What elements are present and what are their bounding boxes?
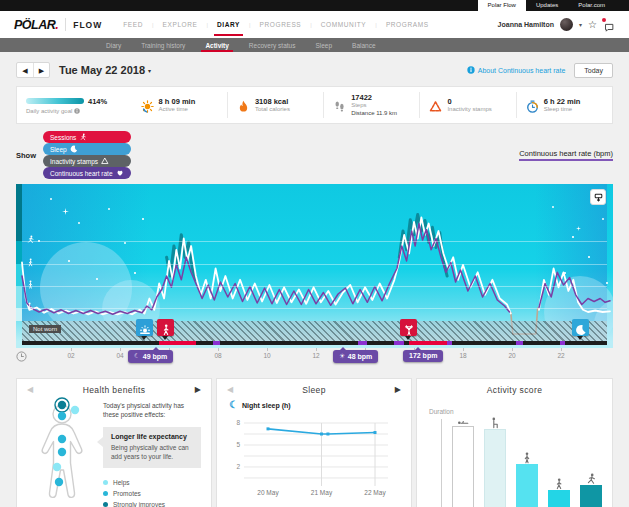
activity-bar-5 (580, 485, 602, 507)
subnav-item-recovery-status[interactable]: Recovery status (239, 38, 306, 52)
walking-icon (26, 253, 35, 262)
previous-day-button[interactable]: ◀ (17, 63, 33, 77)
filter-chip-continuous-heart-rate[interactable]: Continuous heart rate (43, 167, 131, 179)
event-badge-sunrise-icon[interactable] (136, 319, 153, 336)
timeline-marker-segment (447, 341, 452, 345)
star (78, 222, 80, 224)
filter-chip-sleep[interactable]: Sleep (43, 143, 131, 155)
event-badge-strength-training-icon[interactable] (400, 319, 417, 336)
stat-sleep-time: 6 h 22 min Sleep time (516, 92, 612, 118)
event-badge-walking-person-icon[interactable] (157, 319, 174, 336)
axis-tick-label: 18 (459, 352, 466, 359)
chip-label: Inactivity stamps (50, 158, 98, 165)
continuous-heart-rate-chart[interactable]: Not worn (16, 184, 613, 348)
health-benefits-card: ◀ Health benefits ▶ Today's physical act… (16, 378, 212, 507)
user-menu-caret-icon[interactable]: ▾ (579, 21, 582, 28)
filter-chip-sessions[interactable]: Sessions (43, 131, 131, 143)
nav-item-feed[interactable]: FEED (114, 11, 152, 38)
star (68, 260, 70, 262)
topbar-tab-polar-com[interactable]: Polar.com (568, 0, 615, 11)
topbar-tab-polar-flow[interactable]: Polar Flow (478, 0, 526, 11)
favorites-star-icon[interactable]: ☆ (588, 20, 597, 30)
axis-tick (512, 348, 513, 351)
nav-item-community[interactable]: COMMUNITY (312, 11, 375, 38)
hr-badge-48-bpm[interactable]: ☀ 48 bpm (333, 350, 378, 363)
today-button[interactable]: Today (574, 63, 613, 78)
nav-item-progress[interactable]: PROGRESS (251, 11, 311, 38)
user-name[interactable]: Joanna Hamilton (498, 21, 554, 28)
subnav-item-activity[interactable]: Activity (195, 38, 238, 52)
polar-logo-dot: . (55, 18, 58, 32)
star (50, 198, 52, 200)
next-day-button[interactable]: ▶ (33, 63, 49, 77)
hr-badge-text: 49 bpm (143, 353, 168, 360)
moon-icon: ☾ (134, 352, 140, 360)
legend-item-promotes: Promotes (103, 490, 201, 497)
flow-label: FLOW (73, 11, 102, 38)
about-continuous-hr-link[interactable]: About Continuous heart rate (467, 66, 566, 74)
subnav-item-diary[interactable]: Diary (96, 38, 131, 52)
sitting-icon (26, 297, 35, 306)
stat-value: 8 h 09 min (159, 97, 196, 106)
axis-tick-label: 22 (557, 352, 564, 359)
activity-score-bar-chart: 7 h 33 min7 h 18 min4 h 07 min1 h 49 min… (441, 419, 609, 507)
subnav-item-sleep[interactable]: Sleep (305, 38, 342, 52)
info-icon (467, 66, 475, 74)
hr-badge-172-bpm[interactable]: 172 bpm (403, 350, 443, 362)
activity-bar-3 (516, 464, 538, 507)
time-axis: 0204060810121416182022☾ 49 bpm☀ 48 bpm17… (16, 348, 613, 372)
notifications-flag-icon[interactable] (603, 19, 615, 30)
axis-tick (218, 348, 219, 351)
date-navigation-row: ◀ ▶ Tue May 22 2018 ▾ About Continuous h… (16, 60, 613, 80)
stat-label: Steps (351, 102, 397, 110)
legend-label: Promotes (113, 490, 141, 497)
badge-pointer (340, 347, 346, 350)
star (108, 208, 110, 210)
hr-axis-label: Continuous heart rate (bpm) (519, 149, 613, 161)
chip-label: Sleep (50, 146, 67, 153)
hr-badge-text: 172 bpm (409, 352, 437, 359)
date-dropdown-caret-icon[interactable]: ▾ (148, 67, 151, 74)
nav-divider (65, 18, 66, 31)
svg-text:8: 8 (236, 419, 240, 426)
stat-value: 6 h 22 min (544, 97, 581, 106)
stat-value: 0 (447, 97, 491, 106)
svg-text:20 May: 20 May (257, 489, 279, 497)
stat-label: Inactivity stamps (447, 106, 491, 114)
inactivity-triangle-icon (429, 99, 442, 112)
axis-tick-label: 04 (116, 352, 123, 359)
chart-gridline (22, 286, 607, 287)
activity-timeline-bar (22, 341, 607, 345)
event-badge-moon-icon[interactable] (572, 319, 589, 336)
current-date[interactable]: Tue May 22 2018 (59, 64, 145, 76)
activity-bar-4 (548, 490, 570, 507)
activity-goal-progress-bar (26, 98, 84, 104)
subnav-item-training-history[interactable]: Training history (131, 38, 195, 52)
filter-chip-inactivity-stamps[interactable]: Inactivity stamps (43, 155, 131, 167)
axis-tick-label: 10 (263, 352, 270, 359)
nav-item-programs[interactable]: PROGRAMS (377, 11, 438, 38)
polar-logo[interactable]: PӦLAR. (14, 11, 58, 38)
legend-dot (103, 502, 108, 507)
triangle-icon (101, 157, 109, 165)
subnav-item-balance[interactable]: Balance (342, 38, 386, 52)
avatar[interactable] (560, 18, 573, 31)
nav-item-diary[interactable]: DIARY (208, 11, 249, 38)
svg-text:5: 5 (236, 441, 240, 448)
topbar-tab-updates[interactable]: Updates (526, 0, 568, 11)
chart-gridline (22, 241, 607, 242)
polar-logo-text: PӦLAR (14, 18, 55, 32)
info-icon[interactable] (74, 108, 80, 114)
pin-tooltip-button[interactable] (590, 189, 606, 205)
hr-badge-49-bpm[interactable]: ☾ 49 bpm (128, 350, 173, 363)
health-next-arrow[interactable]: ▶ (195, 386, 201, 394)
star (606, 282, 608, 284)
nav-item-explore[interactable]: EXPLORE (154, 11, 207, 38)
chart-filter-row: Show SessionsSleepInactivity stampsConti… (16, 131, 613, 179)
sleep-next-arrow[interactable]: ▶ (395, 386, 401, 394)
activity-goal-percent: 414% (88, 97, 107, 106)
standing-icon (521, 450, 533, 462)
stat-inactivity-stamps: 0 Inactivity stamps (419, 92, 515, 118)
walking-icon (553, 476, 565, 488)
strength-training-icon (403, 322, 415, 334)
